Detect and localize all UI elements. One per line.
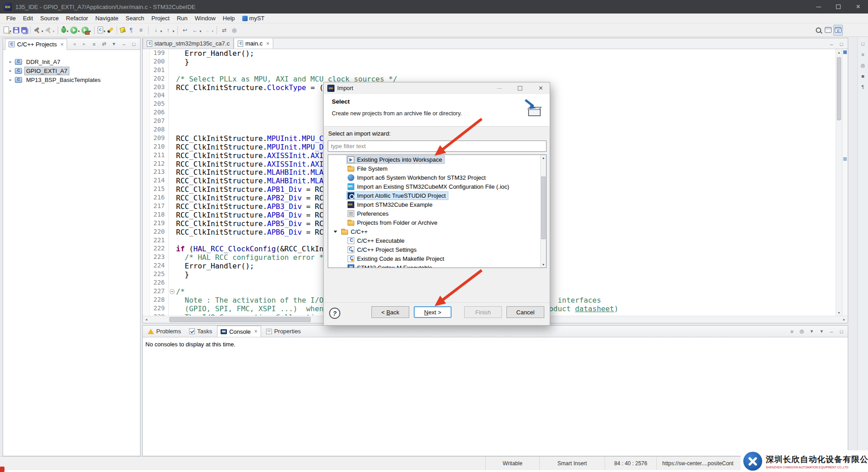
horizontal-scroll-thumb[interactable]	[169, 317, 311, 322]
outline-view-icon[interactable]: ≡	[859, 50, 867, 59]
run-button[interactable]	[69, 25, 81, 36]
collapse-all-icon[interactable]: ≡	[90, 40, 99, 49]
previous-annotation-button[interactable]: ↑	[163, 25, 175, 36]
pin-editor-button[interactable]: ◎	[229, 25, 239, 36]
wizard-item[interactable]: Existing Code as Makefile Project	[328, 254, 546, 263]
window-maximize-button[interactable]	[828, 0, 848, 14]
wizard-scroll-thumb[interactable]	[541, 177, 546, 239]
search-flashlight-button[interactable]	[106, 25, 114, 36]
wizard-item[interactable]: C/C++ Project Settings	[328, 245, 546, 254]
status-link[interactable]: https://sw-center....positeCont	[656, 457, 744, 470]
view-menu-icon[interactable]: ▾	[109, 40, 118, 49]
window-minimize-button[interactable]	[809, 0, 828, 14]
debug-button[interactable]	[60, 25, 69, 36]
mark-occurrences-button[interactable]	[119, 25, 126, 36]
cyclomatic-complexity-view-icon[interactable]: ¶	[859, 83, 867, 91]
close-view-icon[interactable]	[60, 41, 63, 48]
menu-window[interactable]: Window	[191, 15, 219, 22]
forward-button[interactable]: →	[202, 25, 214, 36]
taskbar-red-icon[interactable]	[0, 467, 5, 472]
scroll-up-icon[interactable]: ▴	[836, 49, 842, 55]
dialog-close-button[interactable]	[532, 82, 550, 94]
dialog-minimize-button[interactable]	[490, 82, 508, 94]
dialog-title-bar[interactable]: IDE Import	[324, 82, 550, 94]
new-wizard-button[interactable]	[3, 25, 12, 36]
menu-source[interactable]: Source	[36, 15, 62, 22]
wizard-item[interactable]: Import Atollic TrueSTUDIO Project	[328, 191, 546, 200]
editor-tab[interactable]: main.c	[234, 38, 273, 49]
wizard-item[interactable]: Existing Projects into Workspace	[328, 155, 546, 164]
forward-history-icon[interactable]: ▸	[80, 40, 89, 49]
console-tab-tasks[interactable]: Tasks	[186, 326, 215, 337]
pin-console-icon[interactable]: ◎	[797, 327, 806, 336]
maximize-editor-icon[interactable]: □	[837, 40, 846, 49]
build-project-button[interactable]	[44, 25, 55, 36]
wizard-item[interactable]: Import STM32Cube Example	[328, 200, 546, 209]
back-button[interactable]: < Back	[371, 306, 409, 318]
link-with-editor-button[interactable]: ⇄	[219, 25, 229, 36]
link-with-editor-icon[interactable]: ⇄	[99, 40, 108, 49]
show-whitespace-button[interactable]: ¶	[126, 25, 136, 36]
wizard-item[interactable]: Import ac6 System Workbench for STM32 Pr…	[328, 173, 546, 182]
project-item[interactable]: GPIO_EXTI_A7	[3, 66, 140, 75]
scroll-up-icon[interactable]: ▲	[541, 155, 546, 161]
block-selection-button[interactable]: ≡	[136, 25, 146, 36]
scroll-down-icon[interactable]: ▼	[541, 262, 546, 268]
wizard-list-scrollbar[interactable]: ▲ ▼	[540, 155, 546, 268]
project-item[interactable]: MP13_BSP_BasicTemplates	[3, 75, 140, 84]
expand-chevron-icon[interactable]	[9, 68, 15, 73]
expand-chevron-icon[interactable]	[9, 77, 15, 82]
maximize-view-icon[interactable]: □	[837, 327, 846, 336]
scroll-lock-icon[interactable]: ≡	[787, 327, 796, 336]
menu-navigate[interactable]: Navigate	[92, 15, 122, 22]
wizard-item[interactable]: C/C++ Executable	[328, 236, 546, 245]
back-button[interactable]: ←	[190, 25, 202, 36]
wizard-item[interactable]: Preferences	[328, 209, 546, 218]
vertical-scroll-thumb[interactable]	[837, 57, 841, 120]
save-all-button[interactable]	[20, 25, 28, 36]
back-history-icon[interactable]: ◂	[70, 40, 79, 49]
search-button[interactable]	[814, 25, 823, 36]
console-tab-console[interactable]: Console	[217, 326, 261, 337]
scroll-down-icon[interactable]: ▾	[836, 309, 842, 316]
cancel-button[interactable]: Cancel	[506, 306, 544, 318]
fold-collapse-icon[interactable]	[170, 289, 175, 294]
minimize-view-icon[interactable]: –	[827, 327, 836, 336]
menu-edit[interactable]: Edit	[19, 15, 36, 22]
menu-search[interactable]: Search	[122, 15, 148, 22]
dialog-maximize-button[interactable]	[511, 82, 529, 94]
overview-marker[interactable]	[843, 157, 847, 161]
wizard-item[interactable]: C/C++	[328, 227, 546, 236]
expand-chevron-icon[interactable]	[9, 59, 15, 64]
scroll-right-icon[interactable]: ▸	[841, 316, 848, 323]
editor-tab[interactable]: startup_stm32mp135c_ca7.c	[143, 38, 234, 49]
close-tab-icon[interactable]	[266, 41, 269, 47]
display-selected-console-icon[interactable]: ▾	[807, 327, 816, 336]
console-tab-properties[interactable]: Properties	[263, 326, 304, 337]
last-edit-location-button[interactable]: ↩	[180, 25, 190, 36]
menu-refactor[interactable]: Refactor	[63, 15, 92, 22]
external-tools-button[interactable]	[81, 25, 92, 36]
menu-file[interactable]: File	[3, 15, 19, 22]
projects-view-tab[interactable]: C/C++ Projects	[5, 39, 67, 50]
minimize-editor-icon[interactable]: –	[827, 40, 836, 49]
next-button[interactable]: Next >	[414, 306, 452, 318]
overview-ruler[interactable]	[842, 49, 848, 316]
wizard-filter-input[interactable]	[328, 141, 547, 152]
scroll-left-icon[interactable]: ◂	[143, 316, 150, 323]
next-annotation-button[interactable]: ↓	[151, 25, 163, 36]
window-close-button[interactable]	[848, 0, 868, 14]
menu-help[interactable]: Help	[219, 15, 239, 22]
build-analyzer-view-icon[interactable]: ◎	[859, 61, 867, 69]
menu-myst[interactable]: myST	[239, 15, 268, 22]
restore-views-icon[interactable]: □	[859, 40, 867, 48]
help-button[interactable]	[329, 308, 340, 319]
save-button[interactable]	[12, 25, 20, 36]
wizard-item[interactable]: STM32 Cortex-M Executable	[328, 263, 546, 268]
menu-project[interactable]: Project	[148, 15, 173, 22]
wizard-item[interactable]: File System	[328, 164, 546, 173]
static-stack-analyzer-view-icon[interactable]: ■	[859, 72, 867, 80]
close-tab-icon[interactable]	[254, 328, 258, 335]
project-item[interactable]: DDR_Init_A7	[3, 57, 140, 66]
open-console-icon[interactable]: ▾	[817, 327, 826, 336]
